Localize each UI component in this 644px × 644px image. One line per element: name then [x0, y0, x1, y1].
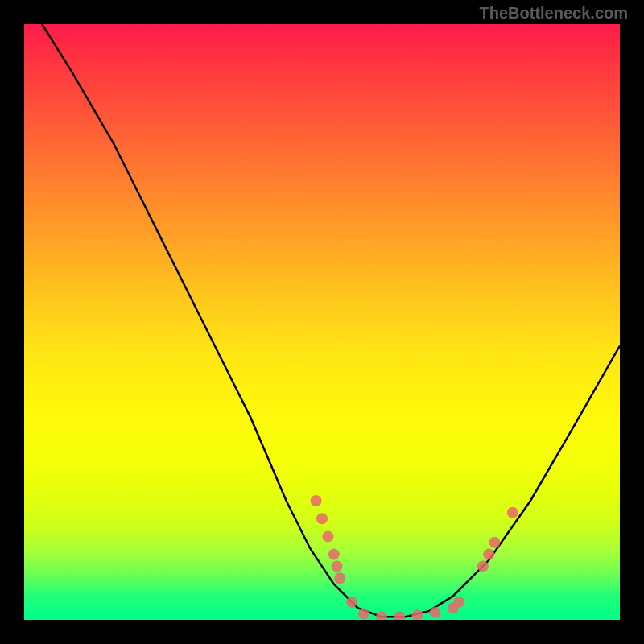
- scatter-point: [477, 560, 489, 572]
- scatter-point: [332, 560, 343, 572]
- chart-plot-area: [24, 24, 620, 620]
- scatter-point: [346, 597, 357, 608]
- scatter-point: [316, 513, 328, 524]
- scatter-point: [334, 572, 345, 584]
- scatter-point: [394, 611, 405, 620]
- scatter-point: [489, 537, 501, 548]
- scatter-points: [311, 495, 518, 620]
- chart-svg-layer: [24, 24, 620, 620]
- scatter-point: [507, 507, 518, 518]
- scatter-point: [322, 530, 333, 542]
- scatter-point: [376, 611, 387, 620]
- scatter-point: [311, 495, 322, 506]
- bottleneck-curve: [42, 24, 620, 617]
- scatter-point: [328, 549, 340, 560]
- scatter-point: [430, 607, 441, 618]
- watermark-text: TheBottleneck.com: [480, 4, 628, 23]
- scatter-point: [453, 597, 464, 608]
- scatter-point: [411, 609, 423, 620]
- scatter-point: [483, 549, 494, 560]
- scatter-point: [358, 609, 369, 620]
